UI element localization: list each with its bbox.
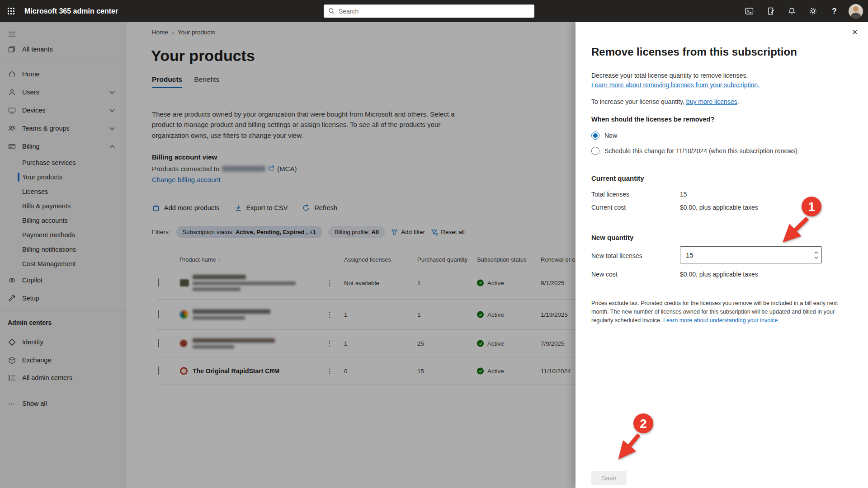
panel-intro: Decrease your total license quantity to … bbox=[591, 71, 853, 90]
waffle-icon bbox=[7, 7, 15, 15]
prorate-fine-print: Prices exclude tax. Prorated credits for… bbox=[591, 299, 854, 325]
document-pen-icon bbox=[766, 7, 775, 15]
radio-option-now[interactable]: Now bbox=[591, 131, 617, 140]
save-button[interactable]: Save bbox=[591, 471, 627, 485]
help-button[interactable]: ? bbox=[824, 0, 845, 22]
close-icon[interactable]: ✕ bbox=[852, 28, 858, 37]
learn-more-removing-link[interactable]: Learn more about removing licenses from … bbox=[591, 81, 760, 89]
app-title: Microsoft 365 admin center bbox=[24, 7, 118, 15]
new-cost-label: New cost bbox=[591, 271, 618, 278]
new-total-licenses-input[interactable] bbox=[680, 251, 811, 259]
total-licenses-label: Total licenses bbox=[591, 191, 629, 198]
radio-unselected-icon[interactable] bbox=[591, 147, 599, 155]
remove-licenses-panel: ✕ Remove licenses from this subscription… bbox=[576, 22, 868, 488]
understanding-invoice-link[interactable]: Learn more about understanding your invo… bbox=[663, 317, 778, 324]
cli-button[interactable] bbox=[739, 0, 760, 22]
current-quantity-heading: Current quantity bbox=[591, 174, 644, 182]
new-total-licenses-label: New total licenses bbox=[591, 252, 642, 259]
stepper-up-icon[interactable] bbox=[814, 251, 818, 254]
new-quantity-heading: New quantity bbox=[591, 234, 633, 241]
app-launcher-button[interactable] bbox=[0, 0, 22, 22]
m365-admin-center: Microsoft 365 admin center bbox=[0, 0, 868, 488]
gear-icon bbox=[809, 7, 817, 15]
terminal-icon bbox=[745, 7, 754, 15]
stepper-down-icon[interactable] bbox=[814, 256, 818, 259]
buy-more-licenses-link[interactable]: buy more licenses bbox=[686, 98, 737, 105]
current-cost-label: Current cost bbox=[591, 204, 626, 211]
bell-icon bbox=[788, 7, 796, 15]
feedback-button[interactable] bbox=[760, 0, 781, 22]
search-input[interactable] bbox=[339, 8, 530, 15]
panel-title: Remove licenses from this subscription bbox=[591, 46, 849, 58]
radio-option-schedule[interactable]: Schedule this change for 11/10/2024 (whe… bbox=[591, 147, 797, 155]
global-search[interactable] bbox=[324, 5, 534, 18]
question-icon: ? bbox=[832, 7, 836, 16]
account-button[interactable] bbox=[845, 0, 866, 22]
settings-button[interactable] bbox=[802, 0, 824, 22]
quantity-stepper bbox=[811, 247, 821, 263]
new-cost-value: $0.00, plus applicable taxes bbox=[680, 271, 758, 278]
new-total-licenses-field bbox=[680, 246, 822, 263]
total-licenses-value: 15 bbox=[680, 191, 687, 198]
current-cost-value: $0.00, plus applicable taxes bbox=[680, 204, 758, 211]
notifications-button[interactable] bbox=[781, 0, 802, 22]
search-icon bbox=[328, 8, 335, 14]
user-avatar bbox=[849, 4, 863, 19]
panel-increase-note: To increase your license quantity, buy m… bbox=[591, 97, 853, 107]
radio-selected-icon[interactable] bbox=[591, 131, 599, 140]
modal-backdrop bbox=[0, 22, 576, 488]
top-app-bar: Microsoft 365 admin center bbox=[0, 0, 868, 22]
when-removed-heading: When should the licenses be removed? bbox=[591, 116, 714, 123]
